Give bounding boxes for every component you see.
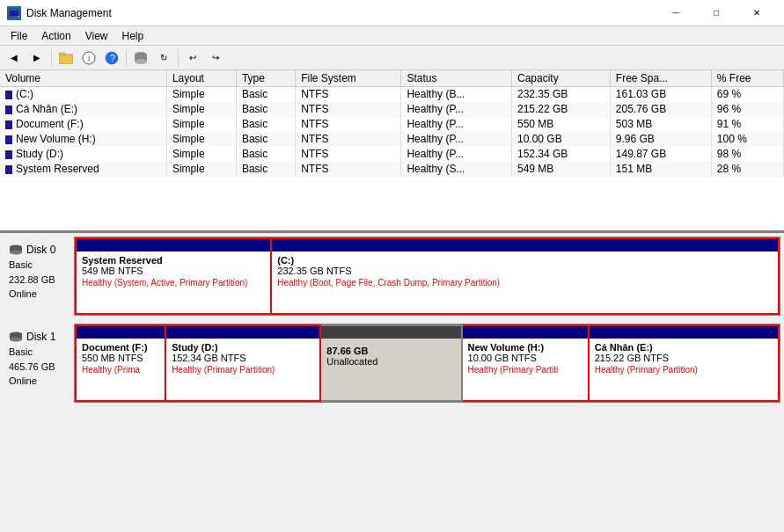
disk-1-partition-h[interactable]: New Volume (H:) 10.00 GB NTFS Healthy (P…: [463, 324, 590, 402]
table-row[interactable]: (C:) Simple Basic NTFS Healthy (B... 232…: [0, 87, 784, 102]
disk-1-partition-d[interactable]: Study (D:) 152.34 GB NTFS Healthy (Prima…: [166, 324, 321, 402]
col-capacity[interactable]: Capacity: [512, 70, 611, 87]
forward-button[interactable]: ▶: [26, 48, 48, 68]
undo-button[interactable]: ↩: [182, 48, 203, 68]
col-layout[interactable]: Layout: [166, 70, 236, 87]
table-row[interactable]: System Reserved Simple Basic NTFS Health…: [0, 162, 784, 177]
disk-1-status: Online: [9, 374, 69, 389]
help-button[interactable]: ?: [101, 48, 122, 68]
col-volume[interactable]: Volume: [0, 70, 166, 87]
partition-name-f: Document (F:): [82, 342, 159, 353]
table-row[interactable]: New Volume (H:) Simple Basic NTFS Health…: [0, 132, 784, 147]
cell-fs: NTFS: [296, 117, 401, 132]
main-container: Volume Layout Type File System Status Ca…: [0, 70, 784, 532]
menu-action[interactable]: Action: [34, 26, 77, 46]
cell-type: Basic: [236, 117, 295, 132]
cell-free: 9.96 GB: [610, 132, 711, 147]
cell-layout: Simple: [166, 147, 236, 162]
menu-file[interactable]: File: [4, 26, 34, 46]
disk-1-partition-e[interactable]: Cá Nhân (E:) 215.22 GB NTFS Healthy (Pri…: [590, 324, 780, 402]
cell-pct: 96 %: [711, 102, 783, 117]
cell-capacity: 10.00 GB: [512, 132, 611, 147]
cell-type: Basic: [236, 102, 295, 117]
cell-free: 149.87 GB: [610, 147, 711, 162]
disk-0-partition-c[interactable]: (C:) 232.35 GB NTFS Healthy (Boot, Page …: [272, 237, 780, 315]
title-bar: Disk Management ─ □ ✕: [0, 0, 784, 26]
col-freespace[interactable]: Free Spa...: [610, 70, 711, 87]
partition-name-d: Study (D:): [172, 342, 314, 353]
redo-button[interactable]: ↪: [205, 48, 226, 68]
disk-0-name: Disk 0: [9, 242, 69, 258]
disk-1-unallocated[interactable]: 87.66 GB Unallocated: [321, 324, 462, 402]
partition-header-h: [463, 326, 588, 339]
col-status[interactable]: Status: [401, 70, 512, 87]
disk-0-label: Disk 0 Basic 232.88 GB Online: [4, 237, 74, 320]
col-pctfree[interactable]: % Free: [711, 70, 783, 87]
cell-capacity: 215.22 GB: [512, 102, 611, 117]
table-row[interactable]: Study (D:) Simple Basic NTFS Healthy (P.…: [0, 147, 784, 162]
svg-rect-1: [10, 11, 18, 16]
partition-size-c: 232.35 GB NTFS: [277, 266, 773, 276]
cell-fs: NTFS: [296, 102, 401, 117]
cell-fs: NTFS: [296, 87, 401, 102]
menu-view[interactable]: View: [78, 26, 115, 46]
cell-free: 161.03 GB: [610, 87, 711, 102]
disk-button[interactable]: [130, 48, 151, 68]
window-title: Disk Management: [26, 7, 656, 19]
cell-status: Healthy (S...: [401, 162, 512, 177]
disk-1-size: 465.76 GB: [9, 360, 69, 375]
menu-help[interactable]: Help: [115, 26, 151, 46]
cell-fs: NTFS: [296, 162, 401, 177]
folder-button[interactable]: [55, 48, 77, 68]
disk-1-name: Disk 1: [9, 329, 69, 345]
disk-1-partition-f[interactable]: Document (F:) 550 MB NTFS Healthy (Prima: [75, 324, 166, 402]
unalloc-size: 87.66 GB: [326, 346, 455, 356]
disk-1-partitions: Document (F:) 550 MB NTFS Healthy (Prima…: [74, 324, 780, 403]
disk-0-partitions: System Reserved 549 MB NTFS Healthy (Sys…: [74, 237, 780, 316]
table-row[interactable]: Cá Nhân (E:) Simple Basic NTFS Healthy (…: [0, 102, 784, 117]
cell-pct: 100 %: [711, 132, 783, 147]
col-type[interactable]: Type: [236, 70, 295, 87]
close-button[interactable]: ✕: [736, 0, 777, 26]
partition-header-f: [77, 326, 165, 339]
cell-layout: Simple: [166, 117, 236, 132]
back-button[interactable]: ◀: [4, 48, 25, 68]
col-filesystem[interactable]: File System: [296, 70, 401, 87]
svg-point-12: [135, 59, 147, 64]
table-row[interactable]: Document (F:) Simple Basic NTFS Healthy …: [0, 117, 784, 132]
disk-0-partition-sysreserved[interactable]: System Reserved 549 MB NTFS Healthy (Sys…: [75, 237, 272, 315]
cell-capacity: 550 MB: [512, 117, 611, 132]
partition-size-d: 152.34 GB NTFS: [172, 353, 314, 363]
disk-0-status: Online: [9, 287, 69, 302]
partition-status-sysreserved: Healthy (System, Active, Primary Partiti…: [82, 278, 265, 288]
cell-capacity: 152.34 GB: [512, 147, 611, 162]
partition-status-d: Healthy (Primary Partition): [172, 365, 314, 375]
partition-size-sysreserved: 549 MB NTFS: [82, 266, 265, 276]
cell-volume: Cá Nhân (E:): [0, 102, 166, 117]
partition-name-sysreserved: System Reserved: [82, 255, 265, 266]
svg-point-18: [10, 338, 22, 342]
minimize-button[interactable]: ─: [656, 0, 696, 26]
cell-pct: 91 %: [711, 117, 783, 132]
partition-header-d: [166, 326, 319, 339]
cell-status: Healthy (B...: [401, 87, 512, 102]
app-icon: [7, 6, 21, 20]
toolbar-sep-2: [126, 50, 127, 66]
partition-size-h: 10.00 GB NTFS: [468, 353, 583, 363]
partition-header-sysreserved: [77, 239, 270, 251]
window-controls: ─ □ ✕: [656, 0, 777, 26]
partition-status-e: Healthy (Primary Partition): [595, 365, 773, 375]
cell-volume: (C:): [0, 87, 166, 102]
partition-size-e: 215.22 GB NTFS: [595, 353, 773, 363]
disk-1-type: Basic: [9, 345, 69, 360]
refresh-button[interactable]: ↻: [153, 48, 174, 68]
cell-volume: System Reserved: [0, 162, 166, 177]
properties-button[interactable]: i: [78, 48, 99, 68]
maximize-button[interactable]: □: [696, 0, 736, 26]
svg-rect-5: [59, 53, 65, 55]
partition-header-c: [272, 239, 778, 251]
cell-free: 503 MB: [610, 117, 711, 132]
cell-capacity: 549 MB: [512, 162, 611, 177]
cell-status: Healthy (P...: [401, 117, 512, 132]
cell-volume: Document (F:): [0, 117, 166, 132]
